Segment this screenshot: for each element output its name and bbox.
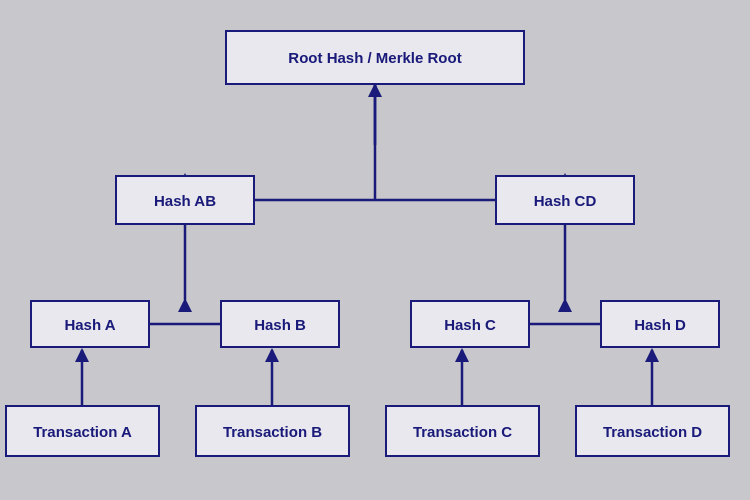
svg-marker-20	[75, 348, 89, 362]
hash-c-node: Hash C	[410, 300, 530, 348]
svg-marker-24	[455, 348, 469, 362]
svg-marker-13	[178, 298, 192, 312]
svg-marker-18	[558, 298, 572, 312]
transaction-a-node: Transaction A	[5, 405, 160, 457]
svg-marker-22	[265, 348, 279, 362]
hash-d-node: Hash D	[600, 300, 720, 348]
svg-marker-3	[368, 83, 382, 97]
hash-cd-node: Hash CD	[495, 175, 635, 225]
svg-marker-26	[645, 348, 659, 362]
transaction-b-node: Transaction B	[195, 405, 350, 457]
hash-b-node: Hash B	[220, 300, 340, 348]
hash-ab-node: Hash AB	[115, 175, 255, 225]
merkle-tree-diagram: Root Hash / Merkle Root Hash AB Hash CD …	[0, 0, 750, 500]
hash-a-node: Hash A	[30, 300, 150, 348]
transaction-c-node: Transaction C	[385, 405, 540, 457]
root-hash-node: Root Hash / Merkle Root	[225, 30, 525, 85]
transaction-d-node: Transaction D	[575, 405, 730, 457]
